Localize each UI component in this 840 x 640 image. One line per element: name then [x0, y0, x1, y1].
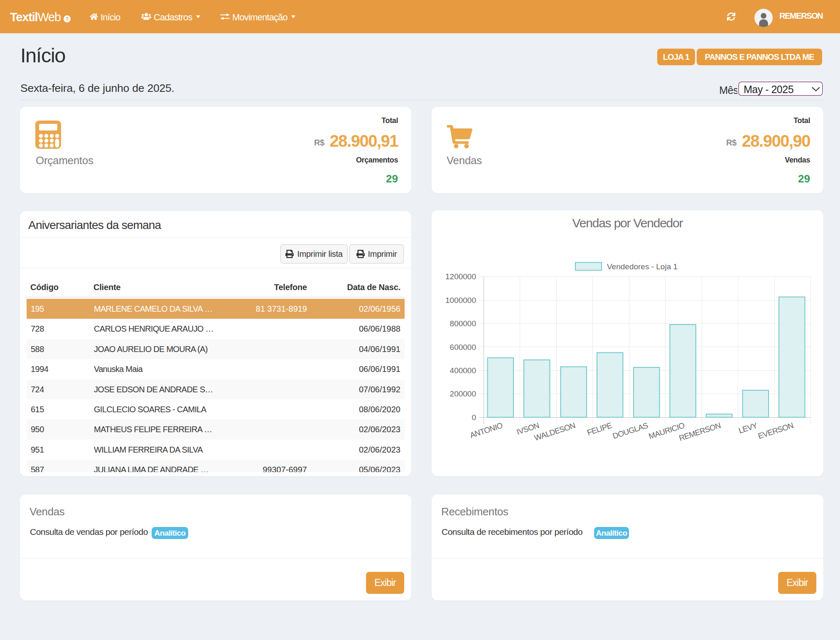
svg-text:EVERSON: EVERSON [757, 421, 794, 441]
svg-text:ANTONIO: ANTONIO [469, 421, 504, 440]
svg-text:REMERSON: REMERSON [678, 421, 722, 443]
svg-text:?: ? [66, 16, 69, 22]
svg-text:0: 0 [472, 413, 476, 422]
svg-text:FELIPE: FELIPE [586, 421, 613, 437]
svg-text:400000: 400000 [450, 366, 476, 375]
svg-text:Vendedores - Loja 1: Vendedores - Loja 1 [607, 262, 678, 271]
svg-text:WALDESON: WALDESON [533, 421, 576, 443]
svg-text:LEVY: LEVY [737, 421, 759, 435]
svg-text:1000000: 1000000 [445, 296, 476, 305]
svg-text:600000: 600000 [450, 343, 476, 352]
svg-text:DOUGLAS: DOUGLAS [612, 421, 649, 441]
svg-text:1200000: 1200000 [445, 272, 476, 281]
svg-text:200000: 200000 [450, 389, 476, 398]
svg-text:800000: 800000 [450, 319, 476, 328]
